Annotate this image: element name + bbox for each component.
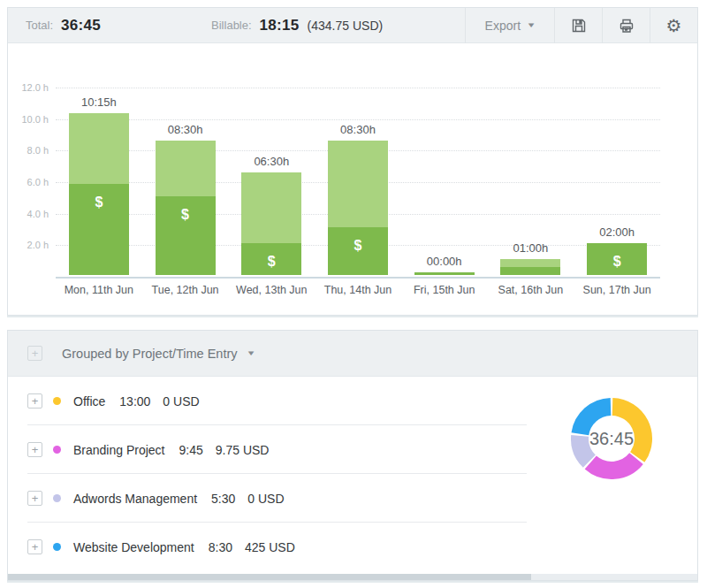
project-name: Office	[73, 394, 105, 409]
dollar-icon: $	[69, 195, 129, 210]
billable-segment[interactable]: $	[241, 243, 301, 275]
x-axis-label: Sun, 17th Jun	[574, 284, 660, 296]
project-color-dot	[53, 543, 61, 551]
project-time: 8:30	[209, 540, 232, 554]
day-column: $06:30hWed, 13th Jun	[228, 43, 315, 315]
billable-segment[interactable]	[500, 267, 560, 275]
expand-row-icon[interactable]: +	[27, 491, 42, 506]
billable-value: 18:15	[260, 17, 300, 34]
summary-toolbar: Total: 36:45 Billable: 18:15 (434.75 USD…	[8, 8, 697, 43]
gear-icon: ⚙	[666, 17, 682, 34]
project-time: 5:30	[211, 492, 235, 506]
dollar-icon: $	[241, 254, 301, 270]
bar-Sun, 17th Jun[interactable]: $	[587, 243, 647, 275]
bar-Thu, 14th Jun[interactable]: $	[328, 141, 388, 275]
project-amount: 9.75 USD	[216, 443, 270, 457]
bar-value-label: 06:30h	[228, 155, 315, 168]
save-report-button[interactable]	[555, 8, 602, 43]
project-time: 13:00	[119, 394, 150, 409]
project-time: 9:45	[179, 443, 203, 457]
grouping-header: + Grouped by Project/Time Entry ▼	[8, 331, 697, 377]
x-axis-label: Fri, 15th Jun	[401, 284, 488, 296]
donut-total-label: 36:45	[569, 396, 654, 481]
billable-segment[interactable]: $	[587, 243, 647, 275]
billable-segment[interactable]	[414, 272, 475, 275]
dollar-icon: $	[156, 207, 216, 223]
project-color-dot	[53, 397, 61, 405]
project-name: Adwords Management	[73, 492, 197, 506]
project-row-website-development[interactable]: +Website Development8:30425 USD	[8, 523, 697, 571]
x-axis-label: Sat, 16th Jun	[488, 284, 574, 296]
bar-Tue, 12th Jun[interactable]: $	[156, 141, 216, 275]
x-axis-label: Wed, 13th Jun	[228, 284, 315, 296]
project-color-dot	[53, 446, 61, 454]
billable-segment[interactable]: $	[328, 227, 388, 275]
project-amount: 425 USD	[245, 540, 295, 554]
day-column: $02:00hSun, 17th Jun	[574, 43, 660, 315]
grouping-title: Grouped by Project/Time Entry	[62, 347, 238, 361]
bar-Mon, 11th Jun[interactable]: $	[69, 113, 129, 275]
bar-Wed, 13th Jun[interactable]: $	[241, 172, 301, 275]
project-name: Branding Project	[73, 443, 165, 457]
y-axis-tick: 6.0 h	[8, 177, 49, 187]
billable-amount: (434.75 USD)	[308, 19, 384, 33]
billable-label: Billable:	[211, 19, 252, 32]
day-column: $10:15hMon, 11th Jun	[56, 43, 142, 315]
bar-value-label: 10:15h	[56, 95, 142, 109]
bar-value-label: 02:00h	[574, 225, 660, 239]
project-amount: 0 USD	[163, 394, 199, 409]
bar-value-label: 08:30h	[142, 123, 229, 136]
y-axis-tick: 10.0 h	[8, 114, 49, 125]
x-axis-label: Tue, 12th Jun	[142, 284, 229, 296]
expand-row-icon[interactable]: +	[27, 539, 42, 554]
export-label: Export	[485, 19, 521, 33]
grouped-report-card: + Grouped by Project/Time Entry ▼ +Offic…	[7, 330, 698, 581]
billable-segment[interactable]: $	[69, 184, 129, 275]
bar-Fri, 15th Jun[interactable]	[414, 272, 475, 275]
save-icon	[570, 17, 588, 34]
weekly-bar-chart: 2.0 h4.0 h6.0 h8.0 h10.0 h12.0 h$10:15hM…	[8, 43, 697, 315]
project-amount: 0 USD	[247, 492, 284, 506]
x-axis-label: Mon, 11th Jun	[56, 284, 142, 296]
projects-donut-chart[interactable]: 36:45	[569, 396, 654, 481]
bar-value-label: 00:00h	[401, 255, 488, 268]
expand-row-icon[interactable]: +	[27, 442, 42, 457]
day-column: 01:00hSat, 16th Jun	[488, 43, 574, 315]
print-report-button[interactable]	[603, 8, 650, 43]
bar-value-label: 08:30h	[315, 123, 401, 136]
y-axis-tick: 8.0 h	[8, 145, 49, 156]
horizontal-scrollbar[interactable]	[8, 574, 697, 580]
print-icon	[618, 17, 635, 34]
day-column: $08:30hThu, 14th Jun	[315, 43, 401, 315]
report-settings-button[interactable]: ⚙	[650, 8, 697, 43]
bar-value-label: 01:00h	[488, 241, 574, 255]
project-row-adwords-management[interactable]: +Adwords Management5:300 USD	[8, 474, 697, 523]
day-column: 00:00hFri, 15th Jun	[401, 43, 488, 315]
chevron-down-icon: ▼	[526, 21, 536, 29]
project-color-dot	[53, 494, 61, 502]
dollar-icon: $	[587, 254, 647, 270]
y-axis-tick: 2.0 h	[8, 240, 49, 250]
chevron-down-icon[interactable]: ▼	[246, 349, 255, 357]
total-label: Total:	[26, 19, 53, 32]
x-axis-label: Thu, 14th Jun	[315, 284, 401, 296]
expand-row-icon[interactable]: +	[27, 393, 42, 409]
billable-segment[interactable]: $	[156, 196, 216, 275]
report-chart-card: Total: 36:45 Billable: 18:15 (434.75 USD…	[7, 7, 698, 316]
bar-Sat, 16th Jun[interactable]	[500, 259, 560, 275]
total-value: 36:45	[61, 17, 101, 34]
expand-all-icon[interactable]: +	[27, 346, 42, 361]
export-button[interactable]: Export ▼	[466, 8, 554, 43]
y-axis-tick: 4.0 h	[8, 209, 49, 219]
y-axis-tick: 12.0 h	[8, 82, 49, 93]
scrollbar-thumb[interactable]	[8, 574, 531, 580]
day-column: $08:30hTue, 12th Jun	[142, 43, 229, 315]
dollar-icon: $	[328, 238, 388, 254]
project-name: Website Development	[73, 540, 194, 554]
